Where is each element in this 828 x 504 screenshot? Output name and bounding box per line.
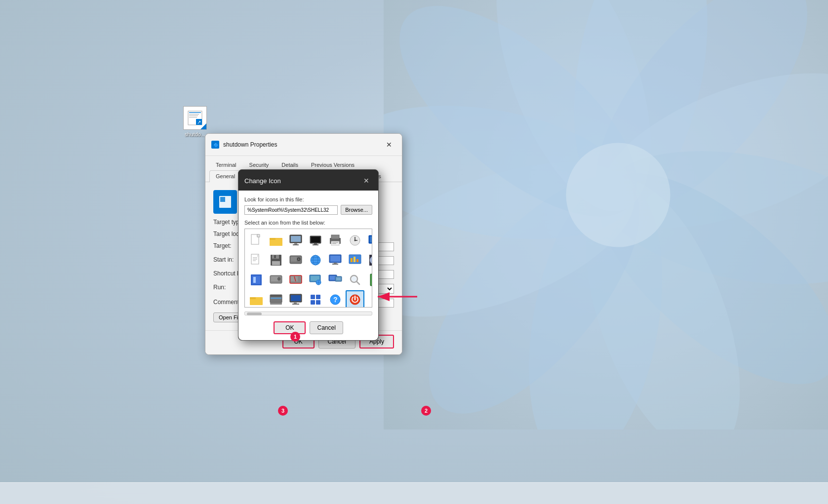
- svg-rect-84: [271, 276, 278, 281]
- icon-cell-printer[interactable]: [326, 231, 345, 250]
- change-icon-cancel-button[interactable]: Cancel: [310, 321, 343, 334]
- properties-title-icon: 🔷: [211, 141, 219, 149]
- svg-point-86: [278, 278, 280, 280]
- svg-rect-77: [354, 257, 355, 262]
- properties-close-button[interactable]: ✕: [382, 138, 396, 152]
- badge-3: 3: [278, 406, 288, 416]
- svg-rect-74: [332, 264, 338, 265]
- svg-rect-115: [292, 304, 299, 305]
- icon-cell-monitor[interactable]: [286, 231, 305, 250]
- desktop-shortcut-icon[interactable]: ↗ shutdo...: [178, 106, 212, 137]
- icon-cell-book[interactable]: [365, 271, 372, 289]
- svg-rect-63: [291, 257, 297, 262]
- browse-button[interactable]: Browse...: [341, 205, 372, 215]
- icon-cell-hdd[interactable]: [267, 271, 285, 289]
- tab-general[interactable]: General: [209, 170, 241, 182]
- svg-rect-118: [311, 300, 315, 305]
- tab-terminal[interactable]: Terminal: [209, 159, 243, 170]
- icon-cell-blank-doc[interactable]: [247, 231, 266, 250]
- svg-rect-15: [189, 112, 201, 113]
- svg-rect-34: [294, 243, 297, 244]
- icon-grid-scrollbar[interactable]: [244, 311, 372, 315]
- icon-row-1: [247, 231, 370, 250]
- svg-rect-44: [332, 243, 336, 244]
- svg-point-13: [566, 143, 670, 247]
- svg-rect-76: [351, 258, 353, 262]
- icon-cell-help[interactable]: ?: [326, 290, 345, 308]
- svg-rect-41: [331, 235, 339, 239]
- svg-point-48: [355, 240, 356, 241]
- svg-rect-117: [316, 295, 320, 299]
- svg-rect-98: [336, 277, 341, 280]
- change-icon-titlebar: Change Icon ✕: [238, 170, 378, 191]
- look-for-label: Look for icons in this file:: [244, 196, 372, 202]
- change-icon-dialog: Change Icon ✕ Look for icons in this fil…: [238, 169, 379, 341]
- change-icon-close-button[interactable]: ✕: [360, 175, 372, 187]
- properties-tabs-row-1: Terminal Security Details Previous Versi…: [209, 159, 398, 170]
- icon-cell-doc2[interactable]: [247, 251, 266, 270]
- icon-cell-search[interactable]: [346, 271, 364, 289]
- svg-rect-61: [272, 261, 280, 265]
- icon-cell-broken-drive[interactable]: [286, 271, 305, 289]
- icon-cell-clock[interactable]: [346, 231, 364, 250]
- svg-rect-52: [372, 244, 372, 245]
- icon-cell-monitor2[interactable]: [326, 251, 345, 270]
- icon-grid: ?: [244, 229, 372, 308]
- properties-title-text: shutdown Properties: [223, 141, 378, 148]
- wallpaper-bloom: [384, 0, 828, 429]
- svg-rect-109: [271, 295, 281, 297]
- change-icon-ok-button[interactable]: OK: [274, 321, 306, 334]
- svg-rect-114: [294, 303, 297, 304]
- svg-rect-60: [274, 255, 276, 258]
- icon-row-2: [247, 251, 370, 270]
- icon-cell-grid[interactable]: [306, 290, 325, 308]
- tab-details[interactable]: Details: [275, 159, 305, 170]
- icon-cell-folder[interactable]: [267, 231, 285, 250]
- svg-rect-37: [311, 237, 320, 242]
- change-icon-title: Change Icon: [244, 177, 360, 185]
- svg-rect-35: [293, 244, 299, 245]
- desktop-background: [0, 0, 828, 504]
- svg-rect-119: [316, 300, 320, 305]
- svg-rect-103: [371, 275, 372, 285]
- svg-rect-78: [356, 259, 358, 262]
- icon-cell-chart[interactable]: [346, 251, 364, 270]
- svg-rect-17: [189, 116, 198, 116]
- svg-rect-72: [330, 256, 340, 262]
- icon-cell-moon[interactable]: [365, 251, 372, 270]
- svg-rect-38: [314, 243, 317, 244]
- icon-cell-screen-blue[interactable]: [365, 231, 372, 250]
- icon-cell-folder2[interactable]: [247, 290, 266, 308]
- icon-cell-floppy[interactable]: [267, 251, 285, 270]
- svg-rect-116: [311, 295, 315, 299]
- shortcut-icon-label: shutdo...: [185, 131, 205, 137]
- tab-security[interactable]: Security: [243, 159, 276, 170]
- path-input-row: Browse...: [244, 205, 372, 215]
- icon-cell-monitors[interactable]: [326, 271, 345, 289]
- icon-path-input[interactable]: [244, 205, 338, 215]
- svg-rect-96: [330, 276, 336, 280]
- svg-rect-33: [291, 236, 301, 242]
- svg-rect-18: [189, 117, 197, 117]
- svg-rect-16: [189, 114, 199, 115]
- icon-cell-blue-square[interactable]: [247, 271, 266, 289]
- svg-rect-73: [334, 263, 337, 264]
- icon-cell-scanner[interactable]: [267, 290, 285, 308]
- tab-previous-versions[interactable]: Previous Versions: [305, 159, 361, 170]
- icon-cell-monitor-globe[interactable]: [306, 271, 325, 289]
- svg-rect-82: [253, 277, 256, 283]
- shortcut-icon-preview: [213, 190, 237, 214]
- arrow-svg: [375, 289, 420, 305]
- shortcut-icon-img: ↗: [183, 106, 207, 130]
- svg-rect-50: [370, 236, 372, 242]
- svg-rect-25: [220, 197, 225, 202]
- svg-rect-39: [313, 244, 318, 245]
- badge-1: 1: [290, 332, 300, 342]
- icon-cell-power[interactable]: [346, 290, 364, 308]
- icon-cell-globe[interactable]: [306, 251, 325, 270]
- change-icon-buttons: OK Cancel: [244, 319, 372, 334]
- svg-rect-43: [332, 242, 338, 243]
- icon-cell-drive[interactable]: [286, 251, 305, 270]
- icon-cell-monitor3[interactable]: [286, 290, 305, 308]
- icon-cell-dark-screen[interactable]: [306, 231, 325, 250]
